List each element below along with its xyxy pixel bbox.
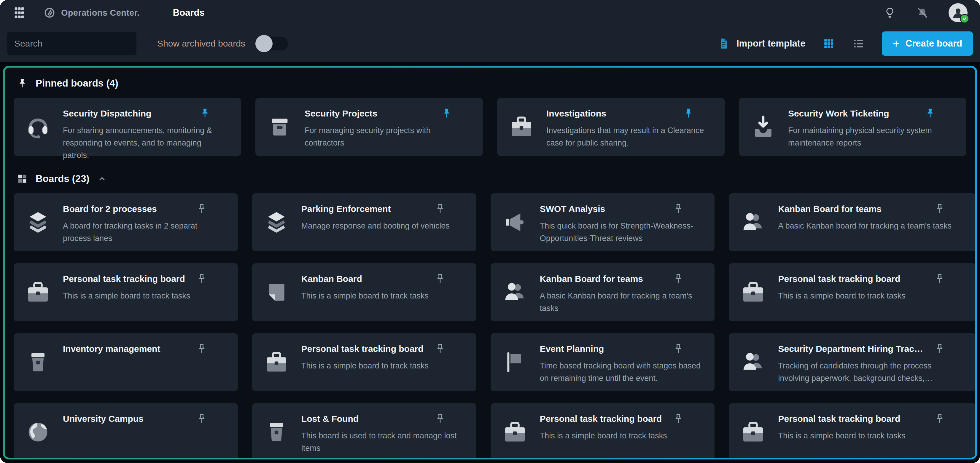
pin-outline-icon[interactable]: [672, 342, 684, 355]
pin-outline-icon[interactable]: [934, 273, 946, 285]
flag-icon: [502, 349, 528, 375]
boards-section-icon: [17, 173, 28, 184]
briefcase-icon: [502, 419, 528, 445]
kebab-menu-icon[interactable]: [457, 203, 469, 214]
board-card-actions: [199, 107, 234, 119]
import-template-button[interactable]: Import template: [718, 37, 806, 50]
user-avatar[interactable]: [948, 3, 967, 22]
board-card[interactable]: Board for 2 processes A board for tracki…: [14, 193, 238, 251]
notifications-muted-icon[interactable]: [916, 6, 929, 19]
pin-outline-icon[interactable]: [934, 203, 946, 215]
kebab-menu-icon[interactable]: [457, 273, 469, 284]
kebab-menu-icon[interactable]: [706, 108, 717, 119]
kebab-menu-icon[interactable]: [947, 108, 959, 119]
board-card[interactable]: Parking Enforcement Manage response and …: [252, 193, 476, 251]
note-icon: [263, 279, 290, 305]
pin-outline-icon[interactable]: [672, 203, 684, 215]
boards-grid: Board for 2 processes A board for tracki…: [14, 193, 966, 458]
board-card[interactable]: Security Department Hiring Trac… Trackin…: [729, 333, 975, 391]
board-card[interactable]: Personal task tracking board This is a s…: [252, 333, 476, 391]
pin-section-icon: [17, 78, 28, 89]
board-description: This is a simple board to track tasks: [301, 360, 468, 372]
briefcase-icon: [263, 349, 290, 375]
pin-outline-icon[interactable]: [434, 203, 446, 215]
pin-filled-icon[interactable]: [441, 107, 453, 119]
kebab-menu-icon[interactable]: [464, 108, 475, 119]
board-card[interactable]: Security Dispatching For sharing announc…: [14, 98, 241, 156]
nav-tab-boards[interactable]: Boards: [173, 7, 205, 18]
app-launcher-icon[interactable]: [13, 6, 26, 19]
board-description: This is a simple board to track tasks: [540, 430, 706, 442]
toggle-knob: [255, 35, 273, 52]
kebab-menu-icon[interactable]: [957, 413, 968, 424]
board-card[interactable]: Kanban Board for teams A basic Kanban bo…: [729, 193, 975, 251]
board-card[interactable]: Kanban Board for teams A basic Kanban bo…: [491, 263, 715, 321]
top-navigation-bar: Operations Center. Boards: [0, 0, 980, 25]
pin-outline-icon[interactable]: [672, 412, 684, 425]
kebab-menu-icon[interactable]: [695, 273, 707, 284]
briefcase-icon: [25, 279, 51, 305]
board-card-actions: [672, 203, 707, 215]
pin-outline-icon[interactable]: [196, 342, 208, 355]
kebab-menu-icon[interactable]: [219, 203, 230, 214]
lightbulb-icon[interactable]: [883, 6, 896, 19]
pin-outline-icon[interactable]: [934, 412, 946, 425]
kebab-menu-icon[interactable]: [219, 273, 230, 284]
pin-outline-icon[interactable]: [196, 412, 208, 425]
pin-outline-icon[interactable]: [672, 273, 684, 285]
board-card-actions: [434, 412, 469, 425]
kebab-menu-icon[interactable]: [457, 413, 469, 424]
pin-filled-icon[interactable]: [924, 107, 936, 119]
briefcase-icon: [508, 114, 535, 140]
archived-toggle-group: Show archived boards: [157, 37, 288, 51]
board-card[interactable]: Security Projects For managing security …: [255, 98, 483, 156]
board-card[interactable]: Event Planning Time based tracking board…: [491, 333, 715, 391]
board-card[interactable]: Kanban Board This is a simple board to t…: [252, 263, 476, 321]
pin-outline-icon[interactable]: [434, 412, 446, 425]
boards-title: Boards (23): [36, 173, 89, 184]
board-card[interactable]: Investigations Investigations that may r…: [497, 98, 725, 156]
kebab-menu-icon[interactable]: [957, 203, 968, 214]
board-description: A basic Kanban board for tracking a team…: [540, 290, 706, 315]
board-card-actions: [441, 107, 475, 119]
board-card[interactable]: Security Work Ticketing For maintaining …: [739, 98, 966, 156]
board-card[interactable]: Personal task tracking board This is a s…: [491, 403, 715, 458]
archived-toggle-switch[interactable]: [257, 37, 288, 51]
board-card[interactable]: Inventory management: [14, 333, 238, 391]
kebab-menu-icon[interactable]: [222, 108, 234, 119]
search-input[interactable]: [14, 38, 129, 49]
pin-filled-icon[interactable]: [682, 107, 694, 119]
board-card[interactable]: Personal task tracking board This is a s…: [729, 403, 975, 458]
storage-bin-icon: [263, 419, 290, 445]
board-description: For sharing announcements, monitoring & …: [63, 125, 233, 162]
board-description: Investigations that may result in a Clea…: [546, 125, 716, 149]
search-icon: [129, 38, 129, 49]
board-card[interactable]: Personal task tracking board This is a s…: [729, 263, 975, 321]
pin-outline-icon[interactable]: [434, 273, 446, 285]
kebab-menu-icon[interactable]: [695, 203, 707, 214]
board-card[interactable]: Personal task tracking board This is a s…: [14, 263, 238, 321]
kebab-menu-icon[interactable]: [219, 343, 230, 354]
kebab-menu-icon[interactable]: [957, 273, 968, 284]
board-card[interactable]: SWOT Analysis This quick board is for St…: [491, 193, 715, 251]
pin-outline-icon[interactable]: [196, 203, 208, 215]
chevron-up-icon[interactable]: [97, 174, 107, 184]
pin-outline-icon[interactable]: [934, 342, 946, 355]
board-card[interactable]: Lost & Found This board is used to track…: [252, 403, 476, 458]
kebab-menu-icon[interactable]: [957, 343, 968, 354]
create-board-button[interactable]: + Create board: [882, 32, 973, 56]
kebab-menu-icon[interactable]: [695, 413, 707, 424]
kebab-menu-icon[interactable]: [219, 413, 230, 424]
list-view-icon[interactable]: [852, 37, 865, 50]
board-description: Time based tracking board with stages ba…: [540, 360, 706, 385]
pin-outline-icon[interactable]: [434, 342, 446, 355]
boards-header: Boards (23): [17, 173, 966, 184]
grid-view-icon[interactable]: [822, 37, 835, 50]
kebab-menu-icon[interactable]: [457, 343, 469, 354]
pin-outline-icon[interactable]: [196, 273, 208, 285]
board-card[interactable]: University Campus: [14, 403, 238, 458]
kebab-menu-icon[interactable]: [695, 343, 707, 354]
pin-filled-icon[interactable]: [199, 107, 211, 119]
archive-box-icon: [267, 114, 293, 140]
board-description: This quick board is for Strength-Weaknes…: [540, 220, 706, 245]
